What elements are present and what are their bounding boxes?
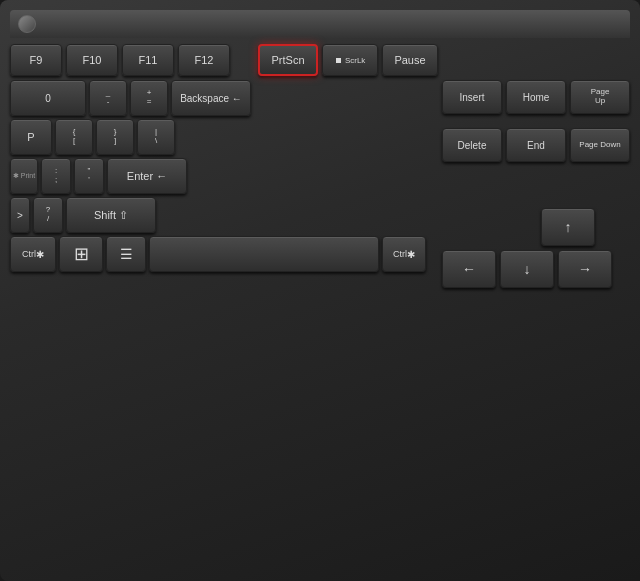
key-open-brace[interactable]: {[: [55, 119, 93, 155]
key-enter[interactable]: Enter ←: [107, 158, 187, 194]
left-keyboard-section: 0 _- += Backspace ← P {[ }]: [10, 80, 426, 288]
key-home[interactable]: Home: [506, 80, 566, 114]
key-pause[interactable]: Pause: [382, 44, 438, 76]
key-arrow-right[interactable]: →: [558, 250, 612, 288]
key-menu[interactable]: ☰: [106, 236, 146, 272]
key-f10[interactable]: F10: [66, 44, 118, 76]
key-arrow-left[interactable]: ←: [442, 250, 496, 288]
key-greater[interactable]: >: [10, 197, 30, 233]
key-pagedown[interactable]: Page Down: [570, 128, 630, 162]
key-equals[interactable]: +=: [130, 80, 168, 116]
main-area: 0 _- += Backspace ← P {[ }]: [10, 80, 630, 288]
semicolon-row: ✱ Print :; "' Enter ←: [10, 158, 426, 194]
key-prtscn[interactable]: PrtScn: [258, 44, 318, 76]
right-nav-section: Insert Home PageUp Delete End Page Down: [442, 80, 630, 288]
key-shift-right[interactable]: Shift ⇧: [66, 197, 156, 233]
arrow-top-row: ↑: [442, 208, 630, 246]
key-0[interactable]: 0: [10, 80, 86, 116]
nav-bottom-row: Delete End Page Down: [442, 128, 630, 162]
key-quote[interactable]: "': [74, 158, 104, 194]
key-slash[interactable]: ?/: [33, 197, 63, 233]
key-close-brace[interactable]: }]: [96, 119, 134, 155]
nav-top-row: Insert Home PageUp: [442, 80, 630, 114]
key-arrow-down[interactable]: ↓: [500, 250, 554, 288]
top-strip: [10, 10, 630, 38]
key-backspace[interactable]: Backspace ←: [171, 80, 251, 116]
key-scrlk[interactable]: ⏹ ScrLk: [322, 44, 378, 76]
arrow-keys-section: ↑ ← ↓ →: [442, 208, 630, 288]
logo-icon: [18, 15, 36, 33]
key-p[interactable]: P: [10, 119, 52, 155]
key-arrow-up[interactable]: ↑: [541, 208, 595, 246]
shift-row: > ?/ Shift ⇧: [10, 197, 426, 233]
key-semicolon[interactable]: :;: [41, 158, 71, 194]
key-pipe[interactable]: |\: [137, 119, 175, 155]
function-key-row: F9 F10 F11 F12 PrtScn ⏹ ScrLk Pause: [10, 44, 630, 76]
arrow-bottom-row: ← ↓ →: [442, 250, 630, 288]
key-end[interactable]: End: [506, 128, 566, 162]
key-f11[interactable]: F11: [122, 44, 174, 76]
key-ctrl-left[interactable]: Ctrl✱: [10, 236, 56, 272]
keyboard-container: F9 F10 F11 F12 PrtScn ⏹ ScrLk Pause 0 _-…: [0, 0, 640, 581]
key-space[interactable]: [149, 236, 379, 272]
bottom-row: Ctrl✱ ⊞ ☰ Ctrl✱: [10, 236, 426, 272]
key-delete[interactable]: Delete: [442, 128, 502, 162]
key-win[interactable]: ⊞: [59, 236, 103, 272]
key-ctrl-right[interactable]: Ctrl✱: [382, 236, 426, 272]
key-f12[interactable]: F12: [178, 44, 230, 76]
p-row: P {[ }] |\: [10, 119, 426, 155]
key-pageup[interactable]: PageUp: [570, 80, 630, 114]
key-minus[interactable]: _-: [89, 80, 127, 116]
number-row: 0 _- += Backspace ←: [10, 80, 426, 116]
key-insert[interactable]: Insert: [442, 80, 502, 114]
key-print-label: ✱ Print: [10, 158, 38, 194]
key-f9[interactable]: F9: [10, 44, 62, 76]
